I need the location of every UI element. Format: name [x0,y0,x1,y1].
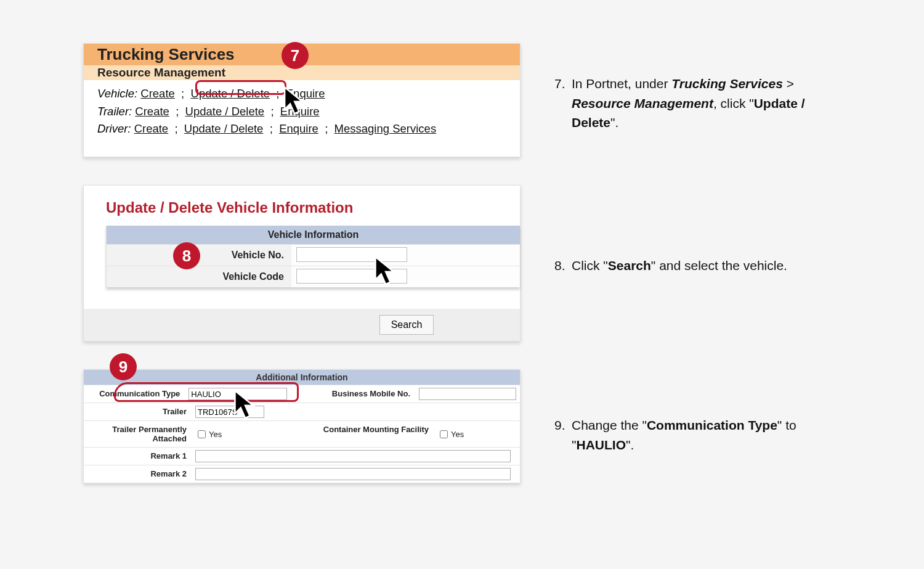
step-badge-8: 8 [173,242,200,269]
heading-resource-management: Resource Management [84,65,520,80]
instruction-step-9: 9. Change the "Communication Type" to "H… [554,415,825,454]
vehicle-code-input[interactable] [296,269,407,284]
trailer-label: Trailer [84,403,192,420]
vehicle-no-input[interactable] [296,247,407,262]
trailer-permanently-attached-label: Trailer Permanently Attached [84,421,192,447]
driver-create-link[interactable]: Create [134,122,169,135]
search-button[interactable]: Search [379,315,434,335]
business-mobile-label: Business Mobile No. [291,385,415,403]
vehicle-code-label: Vehicle Code [107,266,291,287]
panel2-title: Update / Delete Vehicle Information [84,186,520,226]
vehicle-info-header: Vehicle Information [107,226,520,244]
trailer-row-label: Trailer: [97,105,132,118]
highlight-box-step9 [114,382,299,402]
business-mobile-input[interactable] [419,388,516,400]
remark1-label: Remark 1 [84,448,192,465]
trailer-permanently-attached-checkbox[interactable]: Yes [195,428,222,440]
trailer-input[interactable] [195,406,264,418]
container-mounting-facility-label: Container Mounting Facility [301,421,434,447]
driver-row-label: Driver: [97,122,131,135]
instructions-column: 7. In Portnet, under Trucking Services >… [554,43,825,483]
trailer-enquire-link[interactable]: Enquire [280,105,320,118]
update-delete-panel: Update / Delete Vehicle Information Vehi… [83,185,521,342]
vehicle-enquire-link[interactable]: Enquire [286,87,325,100]
vehicle-row-label: Vehicle: [97,87,137,100]
instruction-step-8: 8. Click "Search" and select the vehicle… [554,256,825,276]
trucking-services-panel: Trucking Services Resource Management Ve… [83,43,521,157]
step-badge-9: 9 [110,353,137,380]
additional-info-panel: Additional Information Communication Typ… [83,369,521,483]
highlight-box-step7 [195,80,286,95]
trailer-create-link[interactable]: Create [135,105,169,118]
instruction-step-7: 7. In Portnet, under Trucking Services >… [554,74,825,133]
remark1-input[interactable] [195,450,511,462]
remark2-input[interactable] [195,468,511,480]
remark2-label: Remark 2 [84,465,192,483]
trailer-update-delete-link[interactable]: Update / Delete [185,105,265,118]
step-badge-7: 7 [282,42,309,69]
driver-messaging-link[interactable]: Messaging Services [334,122,437,135]
vehicle-create-link[interactable]: Create [140,87,175,100]
driver-enquire-link[interactable]: Enquire [279,122,318,135]
driver-update-delete-link[interactable]: Update / Delete [184,122,264,135]
container-mounting-facility-checkbox[interactable]: Yes [437,428,464,440]
